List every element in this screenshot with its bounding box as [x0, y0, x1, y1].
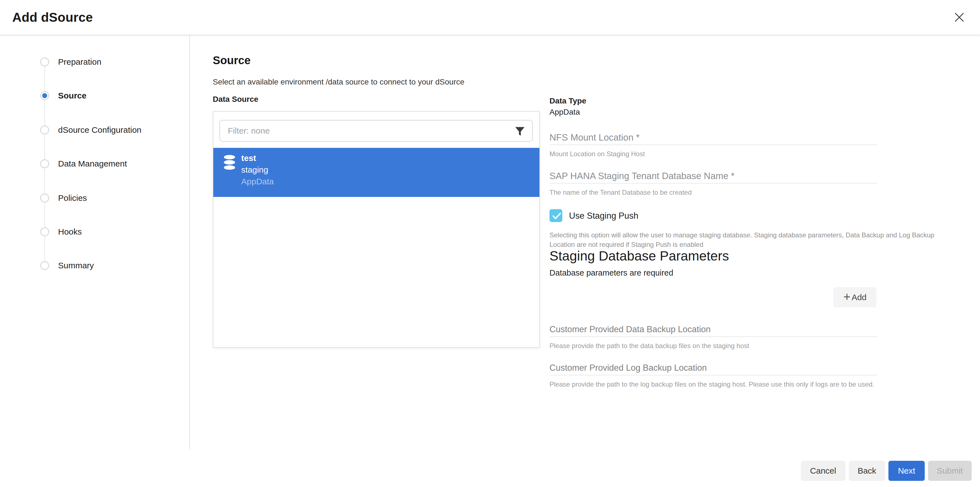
step-label: Preparation	[58, 57, 101, 67]
step-label: dSource Configuration	[58, 125, 142, 135]
add-button-label: Add	[851, 293, 866, 302]
step-circle	[40, 125, 49, 135]
step-summary[interactable]: Summary	[0, 259, 190, 272]
step-label: Source	[58, 91, 87, 100]
back-button[interactable]: Back	[849, 461, 885, 481]
staging-db-params-subtext: Database parameters are required	[549, 268, 673, 278]
dialog-title: Add dSource	[12, 10, 93, 25]
step-circle-active	[40, 91, 49, 100]
step-circle	[40, 261, 49, 270]
log-backup-helper: Please provide the path to the log backu…	[549, 381, 874, 388]
step-circle	[40, 194, 49, 203]
sap-hana-tenant-db-name-input[interactable]	[549, 169, 877, 184]
data-source-list-item-selected[interactable]: test staging AppData	[213, 148, 539, 197]
data-source-type: AppData	[241, 177, 274, 186]
step-label: Policies	[58, 193, 87, 203]
plus-icon: +	[843, 290, 850, 303]
data-source-label: Data Source	[213, 95, 258, 104]
source-section-description: Select an available environment /data so…	[213, 78, 464, 86]
filter-funnel-icon[interactable]	[514, 125, 526, 138]
step-label: Data Management	[58, 159, 127, 168]
filter-input[interactable]	[220, 121, 532, 141]
step-label: Summary	[58, 261, 94, 270]
data-source-name: test	[241, 154, 256, 163]
step-policies[interactable]: Policies	[0, 192, 190, 204]
data-source-list-box: test staging AppData	[213, 111, 540, 348]
use-staging-push-label: Use Staging Push	[569, 211, 638, 221]
step-preparation[interactable]: Preparation	[0, 56, 190, 68]
close-button[interactable]	[949, 7, 970, 28]
step-source[interactable]: Source	[0, 90, 190, 102]
step-circle	[40, 57, 49, 67]
staging-push-helper: Selecting this option will allow the use…	[549, 230, 939, 249]
step-circle	[40, 159, 49, 168]
add-dsource-dialog: Add dSource Preparation Source dSource C…	[0, 0, 980, 487]
step-circle	[40, 227, 49, 236]
next-button[interactable]: Next	[888, 461, 925, 481]
dialog-header: Add dSource	[0, 0, 980, 35]
nfs-mount-location-input[interactable]	[549, 130, 877, 145]
add-parameter-button[interactable]: + Add	[834, 287, 877, 308]
source-section-heading: Source	[213, 54, 251, 67]
nfs-mount-helper: Mount Location on Staging Host	[549, 150, 645, 158]
staging-db-params-heading: Staging Database Parameters	[549, 248, 729, 263]
sap-hana-tenant-helper: The name of the Tenant Database to be cr…	[549, 189, 692, 197]
submit-button[interactable]: Submit	[928, 461, 972, 481]
step-hooks[interactable]: Hooks	[0, 226, 190, 238]
filter-field	[220, 120, 533, 142]
data-source-environment: staging	[241, 165, 268, 174]
data-backup-helper: Please provide the path to the data back…	[549, 342, 749, 350]
step-label: Hooks	[58, 227, 82, 236]
data-backup-location-input[interactable]	[549, 322, 877, 337]
log-backup-location-input[interactable]	[549, 361, 877, 376]
wizard-stepper: Preparation Source dSource Configuration…	[0, 35, 190, 450]
data-type-value: AppData	[549, 108, 580, 117]
data-type-label: Data Type	[549, 97, 586, 105]
step-dsource-configuration[interactable]: dSource Configuration	[0, 124, 190, 136]
database-icon	[223, 154, 236, 170]
cancel-button[interactable]: Cancel	[801, 461, 845, 481]
use-staging-push-checkbox[interactable]	[549, 209, 562, 222]
step-data-management[interactable]: Data Management	[0, 158, 190, 170]
checkmark-icon	[552, 212, 562, 220]
close-icon	[954, 12, 965, 23]
